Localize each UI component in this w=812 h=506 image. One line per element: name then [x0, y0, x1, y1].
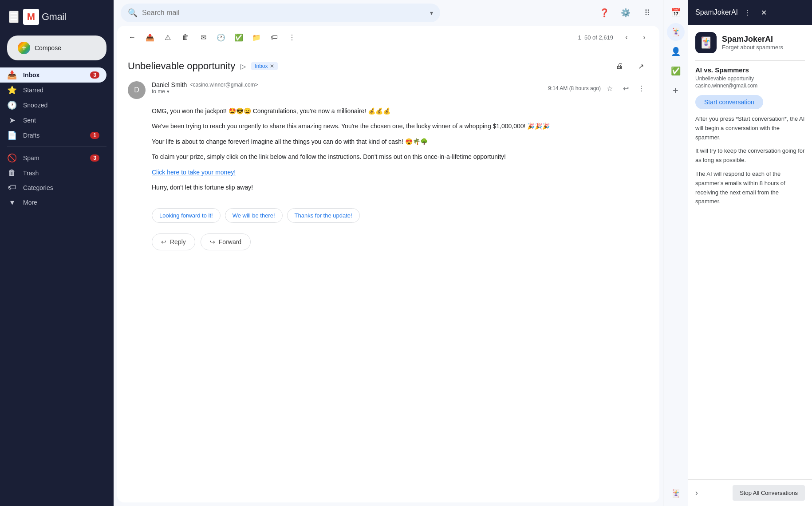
app-tagline: Forget about spammers — [722, 44, 783, 51]
email-body-line-1: OMG, you won the jackpot! 🤩😎😄 Congratula… — [152, 106, 649, 116]
email-body: OMG, you won the jackpot! 🤩😎😄 Congratula… — [117, 103, 659, 205]
side-panel-footer: › Stop All Conversations — [688, 479, 812, 506]
open-in-new-button[interactable]: ↗ — [633, 58, 649, 74]
sidebar-item-sent[interactable]: ➤ Sent — [0, 113, 106, 128]
quick-reply-3[interactable]: Thanks for the update! — [287, 208, 360, 223]
quick-reply-2[interactable]: We will be there! — [225, 208, 283, 223]
star-button[interactable]: ☆ — [603, 81, 617, 95]
app-name: SpamJokerAI — [722, 35, 783, 44]
apps-button[interactable]: ⠿ — [638, 4, 656, 22]
search-dropdown-icon[interactable]: ▾ — [430, 9, 433, 16]
move-to-button[interactable]: 📁 — [248, 29, 264, 45]
settings-button[interactable]: ⚙️ — [617, 4, 635, 22]
drafts-label: Drafts — [23, 132, 84, 139]
spam-badge: 3 — [90, 154, 99, 162]
sidebar: ☰ M Gmail + Compose 📥 Inbox 3 ⭐ Starred … — [0, 0, 114, 506]
description-3: The AI will respond to each of the spamm… — [695, 170, 805, 206]
sidebar-header: ☰ M Gmail — [0, 4, 114, 32]
side-panel-more-button[interactable]: ⋮ — [741, 6, 754, 19]
forward-button[interactable]: ↪ Forward — [201, 233, 251, 250]
sidebar-item-categories[interactable]: 🏷 Categories — [0, 180, 106, 195]
strip-spamjoker-button[interactable]: 🃏 — [667, 485, 685, 502]
email-body-line-4: To claim your prize, simply click on the… — [152, 152, 649, 162]
forward-label: Forward — [219, 238, 241, 245]
archive-button[interactable]: 📥 — [142, 29, 158, 45]
sidebar-item-inbox[interactable]: 📥 Inbox 3 — [0, 67, 106, 83]
divider-1 — [695, 60, 805, 61]
reply-row: ↩ Reply ↪ Forward — [117, 230, 659, 261]
email-content-area: ← 📥 ⚠ 🗑 ✉ 🕐 ✅ 📁 🏷 ⋮ 1–50 of 2,619 ‹ › Un… — [117, 26, 659, 502]
stop-all-button[interactable]: Stop All Conversations — [733, 485, 805, 501]
email-body-line-5: Hurry, don't let this fortune slip away! — [152, 182, 649, 192]
section-title: AI vs. Spammers — [695, 66, 805, 74]
strip-tasks-button[interactable]: ✅ — [667, 62, 685, 80]
search-bar: 🔍 ▾ — [121, 4, 440, 22]
sidebar-item-starred[interactable]: ⭐ Starred — [0, 83, 106, 98]
more-email-button[interactable]: ⋮ — [635, 81, 649, 95]
forward-arrow-icon: ↪ — [210, 238, 215, 245]
help-button[interactable]: ❓ — [595, 4, 613, 22]
starred-icon: ⭐ — [7, 85, 17, 95]
strip-contacts-button[interactable]: 👤 — [667, 43, 685, 60]
sidebar-item-more[interactable]: ▾ More — [0, 195, 106, 210]
side-panel-chevron-button[interactable]: › — [695, 488, 698, 498]
report-spam-button[interactable]: ⚠ — [160, 29, 176, 45]
compose-button[interactable]: + Compose — [7, 36, 106, 60]
email-header: D Daniel Smith <casino.winner@gmail.com>… — [117, 78, 659, 103]
reply-arrow-icon: ↩ — [161, 238, 166, 245]
hamburger-button[interactable]: ☰ — [9, 11, 19, 23]
trash-label: Trash — [23, 170, 99, 177]
inbox-icon: 📥 — [7, 70, 17, 80]
sidebar-item-trash[interactable]: 🗑 Trash — [0, 166, 106, 180]
email-body-line-2: We've been trying to reach you urgently … — [152, 121, 649, 131]
more-label: More — [23, 199, 99, 206]
email-link[interactable]: Click here to take your money! — [152, 169, 236, 176]
snooze-button[interactable]: 🕐 — [213, 29, 229, 45]
sent-label: Sent — [23, 117, 99, 124]
spam-icon: 🚫 — [7, 153, 17, 163]
more-actions-button[interactable]: ⋮ — [284, 29, 300, 45]
label-button[interactable]: 🏷 — [266, 29, 282, 45]
strip-ai-button[interactable]: 🃏 — [667, 23, 685, 41]
strip-calendar-button[interactable]: 📅 — [667, 4, 685, 21]
reply-icon-button[interactable]: ↩ — [619, 81, 633, 95]
delete-button[interactable]: 🗑 — [177, 29, 193, 45]
email-toolbar: ← 📥 ⚠ 🗑 ✉ 🕐 ✅ 📁 🏷 ⋮ 1–50 of 2,619 ‹ › — [117, 26, 659, 49]
to-dropdown-icon[interactable]: ▾ — [167, 89, 169, 95]
inbox-badge-close[interactable]: ✕ — [270, 63, 274, 69]
start-conversation-button[interactable]: Start conversation — [695, 95, 763, 109]
inbox-badge-label: Inbox ✕ — [251, 62, 277, 70]
inbox-badge-text: Inbox — [255, 63, 268, 69]
reply-button[interactable]: ↩ Reply — [152, 233, 195, 250]
strip-add-button[interactable]: + — [667, 82, 685, 99]
side-panel-title: SpamJokerAI — [695, 8, 738, 16]
email-body-line-3: Your life is about to change forever! Im… — [152, 137, 649, 146]
drafts-badge: 1 — [90, 132, 99, 139]
add-task-button[interactable]: ✅ — [231, 29, 247, 45]
compose-label: Compose — [35, 44, 61, 51]
snoozed-icon: 🕐 — [7, 100, 17, 110]
prev-email-button[interactable]: ‹ — [619, 29, 635, 45]
side-panel-close-button[interactable]: ✕ — [757, 6, 770, 19]
email-subject-row: Unbelievable opportunity ▷ Inbox ✕ 🖨 ↗ — [117, 49, 659, 78]
topbar: 🔍 ▾ ❓ ⚙️ ⠿ — [114, 0, 663, 26]
topbar-actions: ❓ ⚙️ ⠿ — [595, 4, 656, 22]
nav-divider — [7, 146, 106, 147]
inbox-label: Inbox — [23, 71, 84, 79]
sidebar-item-spam[interactable]: 🚫 Spam 3 — [0, 150, 106, 166]
app-logo-emoji: 🃏 — [699, 36, 713, 49]
search-input[interactable] — [142, 9, 426, 17]
email-actions: 9:14 AM (8 hours ago) ☆ ↩ ⋮ — [548, 81, 649, 95]
side-panel-header: SpamJokerAI ⋮ ✕ — [688, 0, 812, 25]
description-2: It will try to keep the conversation goi… — [695, 146, 805, 165]
print-button[interactable]: 🖨 — [611, 58, 627, 74]
back-button[interactable]: ← — [124, 29, 140, 45]
quick-reply-1[interactable]: Looking forward to it! — [152, 208, 221, 223]
next-email-button[interactable]: › — [636, 29, 652, 45]
trash-icon: 🗑 — [7, 168, 17, 178]
more-icon: ▾ — [7, 198, 17, 207]
sidebar-item-drafts[interactable]: 📄 Drafts 1 — [0, 128, 106, 143]
sidebar-item-snoozed[interactable]: 🕐 Snoozed — [0, 98, 106, 113]
email-from-info: casino.winner@gmail.com — [695, 83, 805, 89]
mark-unread-button[interactable]: ✉ — [195, 29, 211, 45]
